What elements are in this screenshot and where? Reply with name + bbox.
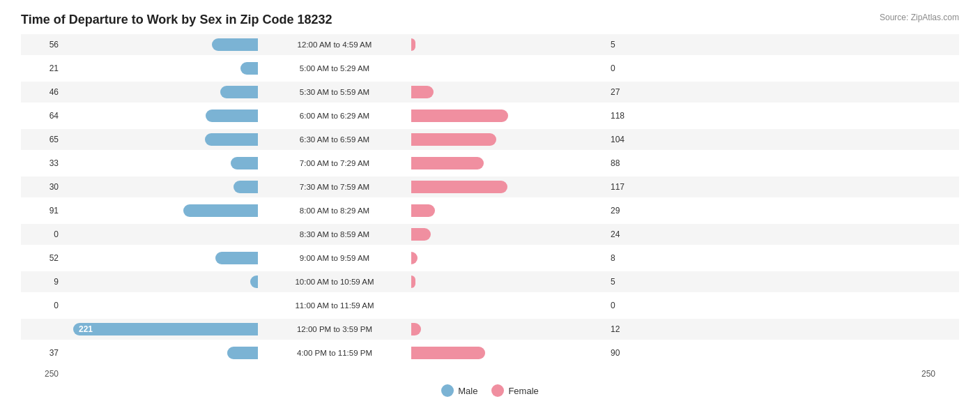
male-bar bbox=[233, 181, 258, 193]
male-bar-container: 221 bbox=[63, 323, 258, 335]
legend: Male Female bbox=[21, 384, 959, 397]
female-value: 104 bbox=[606, 135, 648, 144]
male-value: 37 bbox=[21, 348, 63, 358]
female-bar-container bbox=[411, 86, 606, 98]
bar-row: 5612:00 AM to 4:59 AM5 bbox=[21, 34, 959, 55]
bar-row: 646:00 AM to 6:29 AM118 bbox=[21, 105, 959, 126]
bar-row: 918:00 AM to 8:29 AM29 bbox=[21, 200, 959, 221]
source-label: Source: ZipAtlas.com bbox=[880, 13, 959, 22]
female-bar-container bbox=[411, 38, 606, 51]
male-bar-container bbox=[63, 204, 258, 217]
male-bar-container bbox=[63, 181, 258, 193]
male-bar: 221 bbox=[73, 323, 258, 335]
female-bar-container bbox=[411, 110, 606, 122]
female-bar-container bbox=[411, 181, 606, 193]
male-value: 65 bbox=[21, 135, 63, 144]
female-value: 24 bbox=[606, 229, 648, 239]
male-bar bbox=[206, 110, 258, 122]
axis-left: 250 bbox=[21, 369, 63, 379]
time-label: 11:00 AM to 11:59 AM bbox=[258, 301, 411, 310]
male-value: 33 bbox=[21, 158, 63, 168]
female-bar bbox=[411, 133, 496, 146]
time-label: 7:00 AM to 7:29 AM bbox=[258, 159, 411, 167]
bar-row: 910:00 AM to 10:59 AM5 bbox=[21, 271, 959, 292]
female-bar-container bbox=[411, 276, 606, 288]
female-bar bbox=[411, 323, 421, 335]
male-legend-icon bbox=[441, 384, 454, 397]
female-bar bbox=[411, 86, 434, 98]
female-value: 29 bbox=[606, 206, 648, 216]
male-bar bbox=[240, 62, 258, 75]
legend-male: Male bbox=[441, 384, 477, 397]
female-bar-container bbox=[411, 228, 606, 241]
time-label: 7:30 AM to 7:59 AM bbox=[258, 183, 411, 191]
female-value: 5 bbox=[606, 40, 648, 50]
female-bar bbox=[411, 110, 508, 122]
male-value: 46 bbox=[21, 87, 63, 97]
female-bar-container bbox=[411, 133, 606, 146]
female-value: 90 bbox=[606, 348, 648, 358]
male-bar-container bbox=[63, 133, 258, 146]
female-bar bbox=[411, 347, 485, 359]
time-label: 4:00 PM to 11:59 PM bbox=[258, 349, 411, 357]
female-value: 0 bbox=[606, 301, 648, 310]
axis-right: 250 bbox=[917, 369, 959, 379]
male-bar bbox=[250, 276, 258, 288]
time-label: 6:00 AM to 6:29 AM bbox=[258, 112, 411, 120]
female-bar-container bbox=[411, 323, 606, 335]
time-label: 8:00 AM to 8:29 AM bbox=[258, 206, 411, 215]
female-bar bbox=[411, 204, 435, 217]
female-bar bbox=[411, 38, 415, 51]
bar-row: 374:00 PM to 11:59 PM90 bbox=[21, 342, 959, 363]
bar-row: 337:00 AM to 7:29 AM88 bbox=[21, 153, 959, 174]
male-bar-container bbox=[63, 347, 258, 359]
male-value: 30 bbox=[21, 182, 63, 192]
female-bar bbox=[411, 276, 415, 288]
time-label: 9:00 AM to 9:59 AM bbox=[258, 254, 411, 262]
bar-row: 656:30 AM to 6:59 AM104 bbox=[21, 129, 959, 150]
bars-area: 5612:00 AM to 4:59 AM5215:00 AM to 5:29 … bbox=[21, 34, 959, 363]
bar-row: 529:00 AM to 9:59 AM8 bbox=[21, 248, 959, 269]
male-value: 0 bbox=[21, 229, 63, 239]
female-bar-container bbox=[411, 157, 606, 169]
female-bar bbox=[411, 228, 431, 241]
male-bar bbox=[215, 252, 258, 264]
female-value: 118 bbox=[606, 111, 648, 121]
male-bar-container bbox=[63, 252, 258, 264]
bar-row: 22112:00 PM to 3:59 PM12 bbox=[21, 319, 959, 340]
male-legend-label: Male bbox=[458, 386, 477, 396]
female-value: 0 bbox=[606, 63, 648, 73]
female-value: 12 bbox=[606, 324, 648, 334]
time-label: 12:00 PM to 3:59 PM bbox=[258, 325, 411, 333]
male-value: 21 bbox=[21, 63, 63, 73]
axis-row: 250 250 bbox=[21, 369, 959, 379]
time-label: 6:30 AM to 6:59 AM bbox=[258, 135, 411, 144]
bar-row: 08:30 AM to 8:59 AM24 bbox=[21, 224, 959, 245]
male-bar bbox=[227, 347, 258, 359]
female-value: 5 bbox=[606, 277, 648, 287]
time-label: 5:30 AM to 5:59 AM bbox=[258, 88, 411, 96]
female-bar-container bbox=[411, 204, 606, 217]
male-bar bbox=[205, 133, 258, 146]
legend-female: Female bbox=[491, 384, 538, 397]
time-label: 5:00 AM to 5:29 AM bbox=[258, 64, 411, 73]
male-bar-container bbox=[63, 157, 258, 169]
time-label: 12:00 AM to 4:59 AM bbox=[258, 40, 411, 49]
female-bar-container bbox=[411, 62, 606, 75]
male-bar bbox=[212, 38, 258, 51]
female-bar-container bbox=[411, 299, 606, 312]
male-bar bbox=[183, 204, 258, 217]
bar-row: 215:00 AM to 5:29 AM0 bbox=[21, 58, 959, 79]
female-value: 117 bbox=[606, 182, 648, 192]
time-label: 8:30 AM to 8:59 AM bbox=[258, 230, 411, 239]
female-bar bbox=[411, 181, 507, 193]
bar-row: 465:30 AM to 5:59 AM27 bbox=[21, 82, 959, 103]
male-bar bbox=[231, 157, 258, 169]
male-bar-container bbox=[63, 228, 258, 241]
male-bar-container bbox=[63, 276, 258, 288]
chart-title: Time of Departure to Work by Sex in Zip … bbox=[21, 13, 959, 27]
chart-container: Time of Departure to Work by Sex in Zip … bbox=[0, 0, 980, 415]
female-value: 27 bbox=[606, 87, 648, 97]
time-label: 10:00 AM to 10:59 AM bbox=[258, 278, 411, 286]
female-legend-label: Female bbox=[508, 386, 538, 396]
